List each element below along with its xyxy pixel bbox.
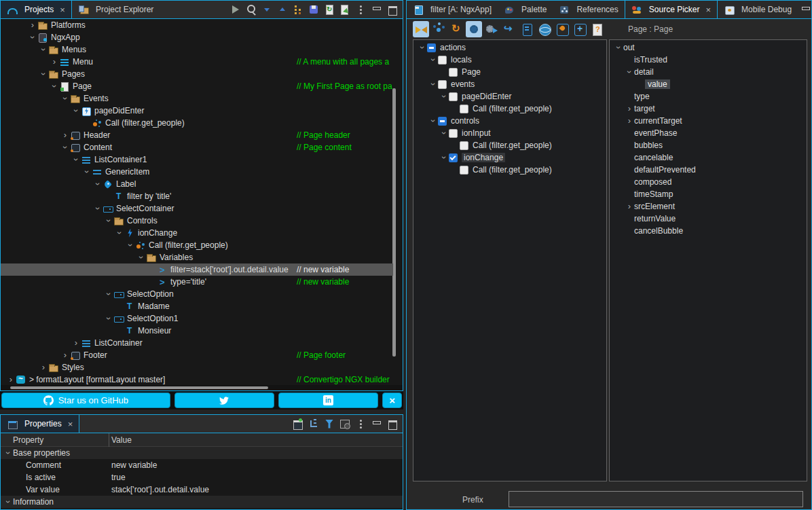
source-tree-item[interactable]: target	[610, 103, 807, 115]
tab-filter-editor[interactable]: filter [A: NgxApp]	[407, 1, 498, 18]
tree-item[interactable]: filter by 'title'	[1, 190, 403, 202]
tree-item[interactable]: ListContainer	[1, 337, 403, 349]
chevron-expanded-icon[interactable]	[104, 289, 113, 299]
checkbox-unchecked[interactable]	[460, 141, 468, 150]
locate-pin-icon[interactable]	[554, 21, 570, 37]
tree-item[interactable]: Page// My First Page as root pa	[1, 80, 403, 92]
column-value[interactable]: Value	[111, 435, 132, 445]
view-menu-icon[interactable]	[354, 3, 368, 17]
help-document-icon[interactable]	[589, 21, 606, 37]
tree-item[interactable]: GenericItem	[1, 166, 403, 178]
chevron-expanded-icon[interactable]	[39, 45, 48, 54]
tree-item[interactable]: > formatLayout [formatLayout master]// C…	[1, 374, 403, 385]
chevron-expanded-icon[interactable]	[439, 128, 449, 138]
tab-mobile-debug[interactable]: Mobile Debug	[718, 1, 798, 18]
source-tree-item[interactable]: type	[610, 90, 807, 103]
sequence-call-icon[interactable]	[430, 21, 447, 37]
close-icon[interactable]: ×	[60, 5, 65, 15]
filter-icon[interactable]	[322, 417, 337, 431]
link-with-editor-icon[interactable]	[291, 3, 306, 17]
web-globe-icon[interactable]	[536, 21, 553, 37]
source-tree-item[interactable]: returnValue	[610, 213, 807, 225]
maximize-icon[interactable]	[385, 417, 399, 431]
tab-source-picker[interactable]: Source Picker ×	[625, 1, 717, 18]
source-tree-item[interactable]: currentTarget	[610, 115, 807, 127]
chevron-expanded-icon[interactable]	[428, 79, 438, 89]
chevron-collapsed-icon[interactable]	[50, 57, 59, 67]
tree-item[interactable]: Header// Page header	[1, 129, 403, 141]
minimize-icon[interactable]	[369, 3, 384, 17]
chevron-collapsed-icon[interactable]	[39, 363, 48, 372]
maximize-icon[interactable]	[385, 3, 399, 17]
search-icon[interactable]	[244, 3, 259, 17]
chevron-collapsed-icon[interactable]	[60, 350, 70, 360]
checkbox-unchecked[interactable]	[438, 56, 447, 65]
actions-tree-item[interactable]: pageDidEnter	[413, 90, 606, 103]
tree-item[interactable]: Menu// A menu with all pages a	[1, 56, 403, 68]
chevron-expanded-icon[interactable]	[39, 69, 48, 79]
chevron-expanded-icon[interactable]	[50, 81, 59, 91]
tree-item[interactable]: Pages	[1, 68, 403, 80]
checkbox-indeterminate[interactable]	[438, 117, 447, 126]
tree-item[interactable]: Styles	[1, 361, 403, 374]
source-tree-item[interactable]: timeStamp	[610, 188, 807, 200]
prefix-input[interactable]	[509, 491, 803, 507]
actions-tree-item[interactable]: Call (filter.get_people)	[413, 164, 606, 176]
settings-gear-icon[interactable]	[466, 21, 482, 37]
tab-project-explorer[interactable]: Project Explorer	[72, 1, 160, 18]
chevron-collapsed-icon[interactable]	[625, 116, 634, 126]
source-tree-item[interactable]: cancelable	[610, 151, 807, 164]
tree-item[interactable]: Footer// Page footer	[1, 349, 403, 361]
actions-tree-item[interactable]: locals	[413, 54, 606, 66]
checkbox-indeterminate[interactable]	[427, 43, 436, 52]
tree-item[interactable]: ListContainer1	[1, 153, 403, 166]
tab-palette[interactable]: Palette	[498, 1, 553, 18]
chevron-expanded-icon[interactable]	[82, 167, 92, 177]
add-source-icon[interactable]	[572, 21, 588, 37]
tree-item[interactable]: type='title'// new variable	[1, 276, 403, 288]
source-tree-item[interactable]: srcElement	[610, 200, 807, 213]
tree-item[interactable]: Label	[1, 178, 403, 190]
source-tree-item[interactable]: defaultPrevented	[610, 164, 807, 176]
chevron-expanded-icon[interactable]	[93, 204, 103, 213]
checkbox-unchecked[interactable]	[449, 129, 458, 138]
sort-down-icon[interactable]	[260, 3, 274, 17]
run-icon[interactable]	[229, 3, 243, 17]
horizontal-scrollbar-thumb[interactable]	[10, 386, 268, 389]
property-row[interactable]: Var valuestack['root'].out.detail.value	[1, 484, 403, 496]
column-property[interactable]: Property	[13, 435, 43, 445]
tree-item[interactable]: ionChange	[1, 227, 403, 239]
tree-item[interactable]: SelectOption	[1, 288, 403, 300]
source-tree-item[interactable]: detail	[610, 66, 807, 78]
property-row[interactable]: Is activetrue	[1, 471, 403, 484]
property-category-row[interactable]: Base properties	[1, 447, 403, 459]
sync-project-icon[interactable]	[322, 3, 337, 17]
actions-tree-item[interactable]: ionChange	[413, 151, 606, 164]
tab-projects[interactable]: Projects ×	[1, 1, 72, 18]
source-tree-item[interactable]: out	[610, 41, 807, 54]
checkbox-unchecked[interactable]	[460, 105, 468, 113]
close-icon[interactable]: ×	[68, 419, 73, 429]
chevron-collapsed-icon[interactable]	[71, 338, 81, 348]
tree-item[interactable]: SelectOption1	[1, 312, 403, 325]
engine-config-icon[interactable]	[483, 21, 500, 37]
actions-tree-item[interactable]: actions	[413, 41, 606, 54]
tree-item[interactable]: filter=stack['root'].out.detail.value// …	[1, 263, 393, 276]
horizontal-scrollbar[interactable]	[1, 385, 403, 390]
minimize-icon[interactable]	[798, 3, 812, 17]
github-star-button[interactable]: Star us on GitHub	[1, 393, 170, 408]
chevron-expanded-icon[interactable]	[71, 106, 81, 115]
chevron-collapsed-icon[interactable]	[28, 20, 37, 30]
chevron-expanded-icon[interactable]	[418, 43, 427, 52]
chevron-expanded-icon[interactable]	[136, 253, 146, 262]
tree-item[interactable]: Call (filter.get_people)	[1, 239, 403, 251]
tree-item[interactable]: NgxApp	[1, 31, 403, 43]
tree-item[interactable]: Menus	[1, 43, 403, 56]
tree-item[interactable]: Monsieur	[1, 325, 403, 337]
tree-item[interactable]: SelectContainer	[1, 202, 403, 215]
actions-tree-item[interactable]: Page	[413, 66, 606, 78]
chevron-expanded-icon[interactable]	[126, 240, 135, 250]
chevron-expanded-icon[interactable]	[439, 153, 449, 162]
actions-tree-item[interactable]: ionInput	[413, 127, 606, 139]
source-tree-item[interactable]: composed	[610, 176, 807, 188]
